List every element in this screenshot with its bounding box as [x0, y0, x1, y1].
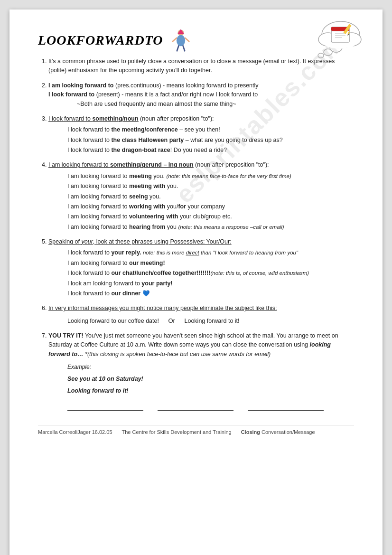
section-3-examples: I look forward to the meeting/conference… — [48, 125, 354, 155]
section-4-underline: I am looking forward to something/gerund… — [48, 161, 194, 168]
section-7: YOU TRY IT! You've just met someone you … — [48, 331, 354, 411]
section-2-bold1: I am looking forward to — [48, 82, 114, 89]
section-6: In very informal messages you might noti… — [48, 304, 354, 326]
section-2-rest1: (pres.continuous) - means looking forwar… — [115, 82, 259, 89]
section-7-bold-intro: YOU TRY IT! — [48, 332, 84, 339]
content-area: It's a common phrase used to politely cl… — [38, 57, 354, 411]
svg-point-0 — [318, 53, 324, 58]
section-2-rest2: (present) - means it is a fact and/or ri… — [96, 91, 258, 98]
section-3-example-3: I look forward to the dragon-boat race! … — [67, 146, 354, 155]
footer-author: Marcella CorreoliJager 16.02.05 — [38, 429, 112, 435]
section-3-underline: I look forward to something/noun — [48, 115, 139, 122]
svg-line-20 — [185, 38, 189, 41]
section-2-line2: I look forward to (present) - means it i… — [48, 90, 354, 99]
section-4-ex2: I am looking forward to meeting with you… — [67, 182, 354, 191]
svg-line-21 — [177, 46, 178, 51]
section-5-ex1: I look forward to your reply. note: this… — [67, 248, 354, 257]
section-5: Speaking of your, look at these phrases … — [48, 237, 354, 298]
section-4-ex4: I am looking forward to working with you… — [67, 202, 354, 211]
section-7-text: You've just met someone you haven't seen… — [48, 332, 338, 348]
section-7-note: *(this closing is spoken face-to-face bu… — [85, 351, 271, 357]
example-line2: Looking forward to it! — [67, 386, 354, 395]
section-4-ex3: I am looking forward to seeing you. — [67, 192, 354, 201]
section-3-rest: (noun after preposition "to"): — [140, 115, 214, 122]
section-5-examples: I look forward to your reply. note: this… — [48, 248, 354, 298]
write-line-3 — [248, 401, 324, 411]
footer: Marcella CorreoliJager 16.02.05 The Cent… — [38, 425, 354, 435]
footer-center: The Centre for Skills Development and Tr… — [122, 429, 232, 435]
person-icon — [168, 28, 194, 52]
footer-closing-rest: Conversation/Message — [261, 429, 315, 435]
section-6-examples: Looking forward to our coffee date! Or L… — [48, 316, 354, 326]
section-6-heading: In very informal messages you might noti… — [48, 304, 354, 313]
write-line-2 — [158, 401, 233, 411]
section-7-intro: YOU TRY IT! You've just met someone you … — [48, 331, 354, 359]
section-3-heading: I look forward to something/noun (noun a… — [48, 114, 354, 123]
section-3: I look forward to something/noun (noun a… — [48, 114, 354, 155]
section-4-ex5: I am looking forward to volunteering wit… — [67, 212, 354, 221]
section-5-ex4: I look am looking forward to your party! — [67, 279, 354, 288]
section-4-examples: I am looking forward to meeting you. (no… — [48, 172, 354, 232]
write-lines-area — [48, 401, 354, 411]
section-7-example-block: Example: See you at 10 on Saturday! Look… — [48, 363, 354, 395]
title-block: LOOKFORWARDTO — [38, 28, 194, 52]
document-page: eslprintables.com — [9, 9, 383, 555]
page-title: LOOKFORWARDTO — [38, 33, 163, 48]
svg-point-18 — [176, 35, 185, 47]
example-line1: See you at 10 on Saturday! — [67, 375, 354, 384]
calendar-thought-bubble — [307, 17, 364, 61]
section-3-example-2: I look forward to the class Halloween pa… — [67, 136, 354, 145]
section-6-underline: In very informal messages you might noti… — [48, 305, 277, 311]
section-4-heading: I am looking forward to something/gerund… — [48, 160, 354, 169]
svg-line-19 — [172, 38, 176, 41]
section-2-line3: ~Both are used frequently and mean almos… — [48, 100, 354, 109]
section-4-rest: (noun after preposition "to"): — [195, 161, 269, 168]
section-2-bold2: I look forward to — [48, 91, 94, 98]
section-2: I am looking forward to (pres.continuous… — [48, 81, 354, 109]
write-line-1 — [67, 401, 143, 411]
footer-closing-bold: Closing — [241, 429, 260, 435]
section-4-ex6: I am looking forward to hearing from you… — [67, 223, 354, 232]
section-5-ex3: I look forward to our chat/lunch/coffee … — [67, 269, 354, 278]
section-5-underline: Speaking of your, look at these phrases … — [48, 238, 232, 245]
section-5-heading: Speaking of your, look at these phrases … — [48, 237, 354, 246]
section-6-phrase1: Looking forward to our coffee date! — [67, 318, 159, 324]
section-5-ex5: I look forward to our dinner 💙 — [67, 289, 354, 298]
section-4: I am looking forward to something/gerund… — [48, 160, 354, 232]
footer-right: Closing Conversation/Message — [241, 429, 315, 435]
section-4-ex1: I am looking forward to meeting you. (no… — [67, 172, 354, 181]
section-5-ex2: I am looking forward to our meeting! — [67, 259, 354, 268]
section-6-phrase2: Looking forward to it! — [185, 318, 240, 324]
section-2-line1: I am looking forward to (pres.continuous… — [48, 81, 354, 90]
example-label: Example: — [67, 363, 354, 372]
section-3-example-1: I look forward to the meeting/conference… — [67, 125, 354, 134]
svg-line-22 — [183, 46, 185, 51]
section-6-or: Or — [168, 317, 177, 324]
section-6-inline: Looking forward to our coffee date! Or L… — [67, 316, 354, 326]
